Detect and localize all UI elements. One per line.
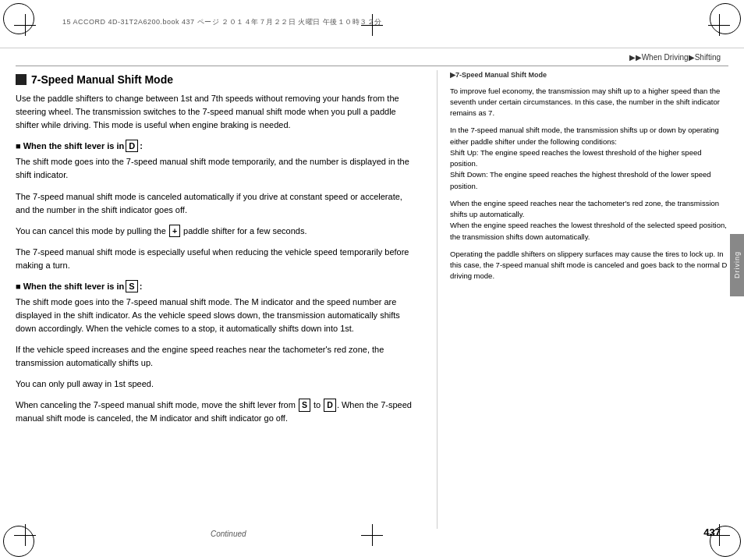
right-p3: When the engine speed reaches near the t…	[450, 198, 728, 243]
sub1-text2: The 7-speed manual shift mode is cancele…	[16, 190, 413, 217]
sub2-d-box: D	[324, 399, 336, 412]
sub1-text1: The shift mode goes into the 7-speed man…	[16, 155, 413, 182]
sub2-text4-mid: to	[311, 400, 323, 409]
sub2-text1: The shift mode goes into the 7-speed man…	[16, 296, 413, 335]
sub1-text4: The 7-speed manual shift mode is especia…	[16, 246, 413, 272]
sub1-text3: You can cancel this mode by pulling the …	[16, 225, 413, 238]
right-col-title: ▶7-Speed Manual Shift Mode	[450, 70, 728, 81]
sub2-text4: When canceling the 7-speed manual shift …	[16, 399, 413, 425]
sub2-heading-suffix: :	[140, 282, 143, 291]
header-divider	[16, 66, 728, 66]
header-nav: ▶▶When Driving▶Shifting	[629, 53, 721, 62]
side-tab-text: Driving	[733, 251, 741, 278]
sub1-paddle-box: +	[169, 225, 180, 238]
sub2-text2: If the vehicle speed increases and the e…	[16, 343, 413, 370]
right-p4: Operating the paddle shifters on slipper…	[450, 249, 728, 282]
file-info: 15 ACCORD 4D-31T2A6200.book 437 ページ ２０１４…	[62, 17, 382, 27]
sub1-gear-box: D	[126, 140, 138, 152]
header-nav-text: ▶▶When Driving▶Shifting	[629, 53, 721, 62]
continued-label: Continued	[211, 530, 246, 538]
sub1-heading-prefix: ■ When the shift lever is in	[16, 141, 124, 151]
sub2-s-box: S	[299, 399, 310, 412]
sub2-heading-prefix: ■ When the shift lever is in	[16, 282, 124, 291]
sub2-heading: ■ When the shift lever is in S:	[16, 280, 413, 292]
sub2-text3: You can only pull away in 1st speed.	[16, 377, 413, 391]
top-bar: 15 ACCORD 4D-31T2A6200.book 437 ページ ２０１４…	[0, 0, 744, 48]
left-column: 7-Speed Manual Shift Mode Use the paddle…	[16, 70, 421, 529]
right-p1: To improve fuel economy, the transmissio…	[450, 86, 728, 119]
sub2-text4-prefix: When canceling the 7-speed manual shift …	[16, 400, 298, 409]
sub1-text3-prefix: You can cancel this mode by pulling the	[16, 226, 168, 236]
right-column: ▶7-Speed Manual Shift Mode To improve fu…	[437, 70, 728, 529]
section-title: 7-Speed Manual Shift Mode	[31, 73, 173, 86]
heading-bar-icon	[16, 74, 27, 85]
sub2-gear-box: S	[126, 280, 137, 292]
sub1-heading: ■ When the shift lever is in D:	[16, 140, 413, 152]
sub1-heading-suffix: :	[140, 141, 143, 151]
intro-text: Use the paddle shifters to change betwee…	[16, 92, 413, 132]
section-heading: 7-Speed Manual Shift Mode	[16, 73, 413, 86]
page-number: 437	[703, 526, 721, 538]
sub1-text3b: paddle shifter for a few seconds.	[181, 226, 306, 236]
side-tab: Driving	[730, 234, 744, 296]
right-p2: In the 7-speed manual shift mode, the tr…	[450, 125, 728, 192]
main-content: 7-Speed Manual Shift Mode Use the paddle…	[16, 70, 728, 529]
